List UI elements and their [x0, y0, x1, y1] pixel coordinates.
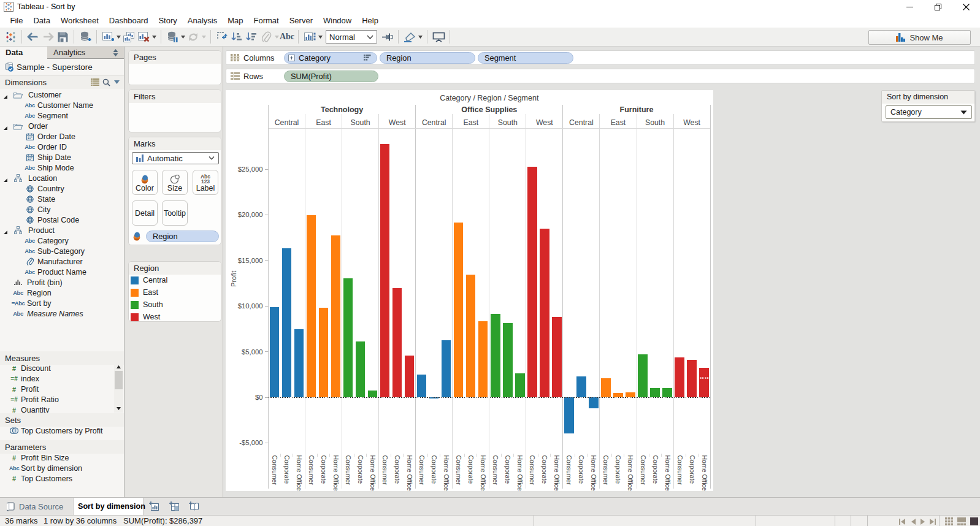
field-discount[interactable]: #Discount: [0, 363, 113, 373]
toolbar-sort-ascending-button[interactable]: [229, 29, 244, 44]
toolbar-pin-button[interactable]: [380, 29, 394, 44]
menu-help[interactable]: Help: [357, 14, 384, 27]
legend-item-west[interactable]: West: [131, 311, 220, 322]
toolbar-sort-descending-button[interactable]: [244, 29, 259, 44]
field-sort-by-dimension[interactable]: AbcSort by dimension: [0, 463, 113, 473]
next-sheet-icon[interactable]: [921, 517, 925, 526]
field-product-name[interactable]: AbcProduct Name: [0, 267, 124, 277]
field-segment[interactable]: AbcSegment: [0, 110, 124, 121]
field-profit[interactable]: #Profit: [0, 384, 113, 394]
bar-office-supplies-south-home-office[interactable]: [515, 373, 524, 397]
pill-segment[interactable]: Segment: [478, 52, 573, 64]
menu-format[interactable]: Format: [248, 14, 284, 27]
menu-map[interactable]: Map: [223, 14, 248, 27]
label-button[interactable]: Abc123Label: [193, 170, 218, 195]
datasource-item[interactable]: Sample - Superstore: [0, 59, 124, 75]
bar-office-supplies-central-home-office[interactable]: [442, 340, 451, 397]
pill-region[interactable]: Region: [380, 52, 475, 64]
toolbar-clear-sheet-button[interactable]: [136, 29, 151, 44]
maximize-button[interactable]: [924, 0, 952, 13]
toolbar-new-worksheet-button[interactable]: [101, 29, 115, 44]
field-city[interactable]: City: [0, 204, 124, 215]
toolbar-fix-axes-caret-icon[interactable]: [317, 29, 323, 44]
bar-technology-east-consumer[interactable]: [307, 215, 316, 397]
bar-furniture-south-corporate[interactable]: [650, 388, 659, 397]
field-customer-name[interactable]: AbcCustomer Name: [0, 100, 124, 110]
legend-item-south[interactable]: South: [131, 299, 220, 311]
fit-mode-select[interactable]: Normal: [326, 30, 377, 44]
expanded-caret-icon[interactable]: [3, 227, 9, 233]
dimensions-menu-caret-icon[interactable]: [114, 80, 120, 84]
size-button[interactable]: Size: [162, 170, 188, 195]
bar-furniture-west-corporate[interactable]: [687, 360, 696, 397]
filmstrip-icon[interactable]: [957, 517, 966, 526]
field-category[interactable]: AbcCategory: [0, 235, 124, 246]
field-profit-ratio[interactable]: =#Profit Ratio: [0, 394, 113, 405]
bar-technology-west-consumer[interactable]: [380, 144, 389, 397]
minimize-button[interactable]: [895, 0, 924, 13]
new-story-tab-icon[interactable]: [189, 501, 199, 511]
bar-office-supplies-west-corporate[interactable]: [540, 229, 549, 397]
field-profit-bin-size[interactable]: #Profit Bin Size: [0, 452, 113, 463]
toolbar-show-mark-labels-button[interactable]: Abc: [280, 29, 294, 44]
sheet-sorter-icon[interactable]: [945, 517, 953, 526]
bar-technology-south-corporate[interactable]: [356, 341, 365, 397]
bar-office-supplies-east-corporate[interactable]: [466, 275, 475, 397]
field-index[interactable]: =#index: [0, 373, 113, 384]
bar-office-supplies-west-consumer[interactable]: [527, 167, 537, 397]
field-order-date[interactable]: Order Date: [0, 131, 124, 142]
field-profit-bin-[interactable]: Profit (bin): [0, 277, 124, 288]
columns-shelf[interactable]: Columns CategoryRegionSegment: [226, 50, 975, 65]
menu-dashboard[interactable]: Dashboard: [104, 14, 153, 27]
mark-type-dropdown[interactable]: Automatic: [132, 152, 219, 164]
close-button[interactable]: [952, 0, 980, 13]
field-top-customers-by-profit[interactable]: Top Customers by Profit: [0, 425, 113, 436]
tab-data[interactable]: Data: [0, 47, 47, 59]
marks-pill-region[interactable]: Region: [146, 231, 219, 242]
bar-technology-south-consumer[interactable]: [343, 278, 353, 397]
expand-hierarchy-icon[interactable]: [288, 55, 295, 61]
pane-swap-icon[interactable]: [113, 49, 118, 58]
menu-analysis[interactable]: Analysis: [182, 14, 222, 27]
field-state[interactable]: State: [0, 194, 124, 204]
bar-technology-central-corporate[interactable]: [282, 248, 291, 397]
toolbar-presentation-mode-button[interactable]: [431, 29, 446, 44]
tab-analytics[interactable]: Analytics: [47, 47, 124, 59]
field-postal-code[interactable]: Postal Code: [0, 215, 124, 225]
toolbar-clear-sheet-caret-icon[interactable]: [151, 29, 157, 44]
scroll-down-icon[interactable]: [114, 405, 123, 413]
field-sort-by[interactable]: =AbcSort by: [0, 298, 124, 308]
bar-furniture-west-consumer[interactable]: [675, 357, 684, 397]
measures-scrollbar[interactable]: [114, 363, 123, 413]
previous-sheet-icon[interactable]: [911, 517, 916, 526]
toolbar-duplicate-sheet-button[interactable]: [121, 29, 136, 44]
field-order-id[interactable]: AbcOrder ID: [0, 142, 124, 152]
menu-story[interactable]: Story: [153, 14, 182, 27]
new-worksheet-tab-icon[interactable]: [149, 501, 159, 511]
tab-active-sheet[interactable]: Sort by dimension: [74, 498, 144, 515]
bar-furniture-east-corporate[interactable]: [613, 393, 622, 397]
show-tabs-icon[interactable]: [970, 517, 978, 526]
field-customer[interactable]: Customer: [0, 90, 124, 100]
rows-shelf[interactable]: Rows SUM(Profit): [226, 69, 975, 83]
bar-office-supplies-east-consumer[interactable]: [454, 223, 463, 397]
toolbar-tableau-logo-button[interactable]: [3, 29, 18, 44]
legend-item-east[interactable]: East: [131, 286, 220, 299]
color-marks-icon[interactable]: [132, 232, 142, 241]
toolbar-pause-updates-caret-icon[interactable]: [180, 29, 186, 44]
field-manufacturer[interactable]: Manufacturer: [0, 256, 124, 267]
bar-technology-south-home-office[interactable]: [368, 391, 377, 397]
bar-office-supplies-south-consumer[interactable]: [491, 314, 500, 397]
field-product[interactable]: Product: [0, 225, 124, 235]
bar-technology-east-corporate[interactable]: [319, 308, 328, 397]
bar-office-supplies-central-consumer[interactable]: [417, 375, 426, 397]
field-quantity[interactable]: #Quantity: [0, 405, 113, 413]
pill-category[interactable]: Category: [284, 52, 377, 64]
menu-data[interactable]: Data: [28, 14, 55, 27]
view-as-group-icon[interactable]: [91, 78, 99, 86]
toolbar-new-worksheet-caret-icon[interactable]: [115, 29, 121, 44]
toolbar-swap-axes-button[interactable]: [215, 29, 229, 44]
find-field-icon[interactable]: [102, 78, 110, 86]
filters-shelf[interactable]: Filters: [128, 90, 221, 132]
field-ship-date[interactable]: Ship Date: [0, 152, 124, 162]
